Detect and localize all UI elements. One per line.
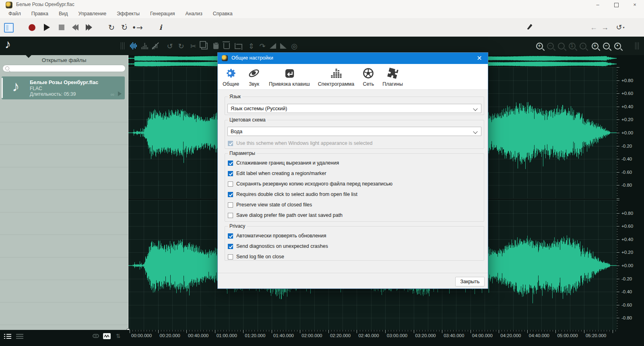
vzoom-reset-icon[interactable]: • (613, 41, 622, 51)
list-row-divider (0, 325, 128, 325)
color-scheme-dropdown[interactable]: Вода (227, 127, 481, 136)
loop-selection-icon[interactable]: ↻̇ (120, 23, 129, 32)
history-icon[interactable]: ↺▾ (613, 23, 627, 32)
file-list-item[interactable]: ♪ Белые Розы Оренбург.flac FLAC Длительн… (2, 76, 125, 99)
open-files-panel: Открытые файлы ♪ Белые Розы Оренбург.fla… (0, 55, 128, 330)
nav-back-icon[interactable]: ← (589, 23, 598, 32)
checkbox[interactable] (228, 244, 233, 249)
checkbox-row[interactable]: Сглаживание границ вырезания и удаления (225, 158, 484, 168)
dialog-tab-4[interactable]: Спектрограмма (318, 66, 355, 87)
menu-item-2[interactable]: Правка (26, 11, 54, 16)
dialog-tab-5[interactable]: Сеть (362, 66, 374, 87)
loop-badge-icon: ∞ (111, 91, 114, 97)
checkbox-row[interactable]: Preserve view state of closed files (225, 200, 484, 210)
zoom-all-icon[interactable] (556, 41, 566, 51)
search-input[interactable] (2, 65, 126, 72)
toolbar-grip[interactable] (635, 42, 639, 49)
checkbox[interactable] (228, 181, 233, 187)
checkbox[interactable] (228, 161, 233, 166)
checkbox-row[interactable]: Requires double click to select audio fr… (225, 189, 484, 200)
close-dialog-button[interactable]: Закрыть (455, 277, 485, 286)
zoom-back-icon[interactable]: ‹ (578, 41, 588, 51)
pen-icon[interactable] (525, 22, 534, 31)
timeline-label: 04:00.000 (472, 333, 493, 338)
dialog-tab-6[interactable]: Плагины (382, 66, 403, 87)
files-panel-icon[interactable]: ♪ (5, 37, 11, 51)
rewind-icon[interactable] (71, 23, 80, 32)
vzoom-in-icon[interactable]: + (590, 41, 600, 51)
menu-item-4[interactable]: Управление (73, 11, 112, 16)
zoom-in-icon[interactable]: + (535, 41, 544, 51)
waveform-view-icon[interactable] (129, 41, 138, 51)
fade-in-icon[interactable] (268, 41, 278, 51)
menu-item-5[interactable]: Эффекты (111, 11, 145, 16)
amplify-icon[interactable]: ⇕ (246, 41, 256, 51)
dialog-tab-label: Сеть (363, 81, 374, 87)
checkbox[interactable] (228, 192, 233, 197)
checkbox-row[interactable]: Автоматически проверять обновления (225, 231, 484, 241)
dialog-title-bar[interactable]: Общие настройки ✕ (218, 53, 488, 64)
fade-out-icon[interactable] (279, 41, 288, 51)
checkbox-label: Send log file on close (236, 254, 284, 260)
play-icon[interactable] (42, 23, 51, 32)
checkbox[interactable] (228, 233, 233, 239)
paste-icon[interactable] (211, 41, 221, 51)
menu-item-1[interactable]: Файл (3, 11, 26, 16)
dialog-tab-1[interactable]: Общие (223, 66, 239, 87)
list-compact-view-icon[interactable] (16, 334, 23, 339)
stop-icon[interactable] (57, 23, 66, 32)
amplitude-label: -0.80 (621, 315, 632, 320)
minimize-button[interactable]: – (588, 0, 607, 9)
cut-icon[interactable]: ✂ (188, 41, 198, 51)
timeline-label: 01:40.000 (273, 333, 294, 338)
amplitude-label: +0.00 (621, 130, 633, 135)
dialog-close-icon[interactable]: ✕ (471, 53, 488, 64)
loop-icon[interactable]: ↻ (107, 23, 116, 32)
vzoom-out-icon[interactable]: − (601, 41, 611, 51)
dialog-tab-2[interactable]: Звук (247, 66, 261, 87)
reverse-icon[interactable]: ↷ (258, 41, 267, 51)
amplitude-label: -0.20 (621, 144, 632, 148)
checkbox[interactable] (228, 202, 233, 208)
maximize-button[interactable] (607, 0, 625, 9)
close-button[interactable]: × (625, 0, 644, 9)
copy-icon[interactable] (200, 41, 209, 51)
menu-item-3[interactable]: Вид (54, 11, 73, 16)
redo-icon[interactable]: ↻ (176, 41, 186, 51)
toolbar-grip[interactable] (121, 42, 125, 49)
info-icon[interactable]: i (156, 23, 165, 32)
checkbox-row[interactable]: Send log file on close (225, 251, 484, 262)
checkbox-row[interactable]: Edit label when creating a region/marker (225, 168, 484, 179)
checkbox-row[interactable]: Сохранять резервную копию исходного файл… (225, 179, 484, 189)
checkbox-label: Сглаживание границ вырезания и удаления (236, 160, 339, 166)
trim-icon[interactable] (233, 41, 242, 51)
nav-forward-icon[interactable]: → (601, 23, 609, 32)
undo-icon[interactable]: ↺ (165, 41, 175, 51)
checkbox-row[interactable]: Send diagnostics on unexpected crashes (225, 241, 484, 251)
menu-item-6[interactable]: Генерация (145, 11, 180, 16)
menu-item-8[interactable]: Справка (208, 11, 238, 16)
record-icon[interactable] (27, 23, 36, 32)
playhead[interactable] (128, 55, 128, 330)
spectrogram-view-icon[interactable] (140, 41, 149, 51)
play-from-cursor-icon[interactable]: •→ (133, 23, 142, 32)
dialog-tab-3[interactable]: Привязка клавиш (269, 66, 310, 87)
normalize-icon[interactable]: ◎ (289, 41, 299, 51)
spectrogram-off-icon[interactable] (151, 41, 160, 51)
sort-arrows-icon[interactable]: ⇅ (116, 333, 121, 339)
fast-forward-icon[interactable] (85, 23, 93, 32)
zoom-out-icon[interactable]: − (545, 41, 555, 51)
checkbox-row[interactable]: Save dialog prefer file path over last s… (225, 210, 484, 220)
list-detail-view-icon[interactable] (4, 334, 11, 339)
link-channels-icon[interactable] (93, 334, 99, 338)
menu-item-7[interactable]: Анализ (180, 11, 207, 16)
language-dropdown[interactable]: Язык системы (Русский) (227, 104, 481, 113)
item-play-icon[interactable] (118, 91, 122, 96)
zoom-one-icon[interactable]: 1 (567, 41, 577, 51)
delete-icon[interactable] (222, 41, 231, 51)
checkbox[interactable] (228, 171, 233, 176)
checkbox[interactable] (228, 254, 233, 260)
panel-toggle-icon[interactable] (4, 23, 14, 33)
checkbox[interactable] (228, 213, 233, 218)
wave-view-toggle-icon[interactable] (103, 333, 111, 339)
